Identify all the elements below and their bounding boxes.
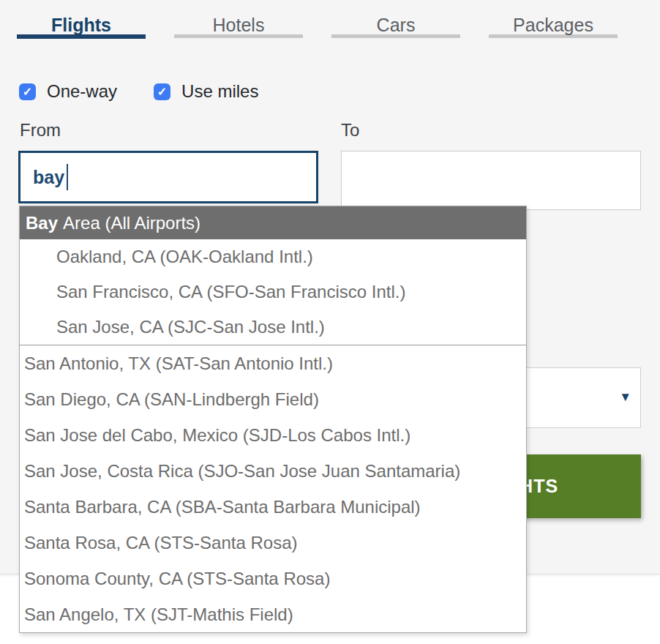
autocomplete-option-sjd[interactable]: San Jose del Cabo, Mexico (SJD-Los Cabos… (20, 417, 526, 453)
text-cursor (67, 164, 68, 190)
check-icon: ✓ (23, 85, 32, 99)
autocomplete-option-sts[interactable]: Santa Rosa, CA (STS-Santa Rosa) (20, 525, 526, 561)
autocomplete-option-sjt[interactable]: San Angelo, TX (SJT-Mathis Field) (20, 596, 526, 632)
use-miles-checkbox[interactable]: ✓ (154, 83, 170, 100)
product-tabs: Flights Hotels Cars Packages (17, 0, 618, 39)
airport-autocomplete: Bay Area (All Airports) Oakland, CA (OAK… (19, 206, 527, 633)
autocomplete-option-sfo[interactable]: San Francisco, CA (SFO-San Francisco Int… (20, 274, 526, 310)
booking-widget: Flights Hotels Cars Packages ✓ One-way ✓ (0, 0, 660, 644)
autocomplete-option-sba[interactable]: Santa Barbara, CA (SBA-Santa Barbara Mun… (20, 489, 526, 525)
tab-flights-label: Flights (17, 0, 146, 34)
autocomplete-option-sts-sonoma[interactable]: Sonoma County, CA (STS-Santa Rosa) (20, 561, 526, 596)
use-miles-label: Use miles (181, 81, 258, 102)
from-input[interactable]: bay (18, 151, 318, 203)
to-field-label: To (341, 120, 359, 141)
autocomplete-option-bay-area[interactable]: Bay Area (All Airports) (20, 206, 526, 239)
tab-hotels-label: Hotels (174, 0, 303, 34)
autocomplete-option-sjc[interactable]: San Jose, CA (SJC-San Jose Intl.) (20, 310, 526, 345)
autocomplete-option-sat[interactable]: San Antonio, TX (SAT-San Antonio Intl.) (20, 345, 526, 381)
tab-cars[interactable]: Cars (331, 0, 460, 39)
tab-flights[interactable]: Flights (17, 0, 146, 39)
tab-packages-label: Packages (489, 0, 618, 34)
trip-options: ✓ One-way ✓ Use miles (19, 81, 258, 102)
to-input[interactable] (341, 151, 641, 210)
one-way-checkbox-row[interactable]: ✓ One-way (19, 81, 117, 102)
caret-down-icon: ▼ (619, 390, 631, 405)
tab-hotels[interactable]: Hotels (174, 0, 303, 39)
header-rest-text: Area (All Airports) (63, 213, 200, 233)
check-icon: ✓ (157, 85, 167, 99)
from-field-label: From (20, 120, 61, 141)
tab-cars-label: Cars (331, 0, 460, 34)
one-way-label: One-way (47, 81, 117, 102)
autocomplete-option-sjo[interactable]: San Jose, Costa Rica (SJO-San Jose Juan … (20, 453, 526, 489)
one-way-checkbox[interactable]: ✓ (19, 83, 36, 100)
matched-text: Bay (26, 213, 58, 233)
autocomplete-option-san[interactable]: San Diego, CA (SAN-Lindbergh Field) (20, 381, 526, 417)
from-input-value: bay (33, 167, 64, 188)
tab-packages[interactable]: Packages (489, 0, 618, 39)
use-miles-checkbox-row[interactable]: ✓ Use miles (154, 81, 258, 102)
autocomplete-option-oak[interactable]: Oakland, CA (OAK-Oakland Intl.) (20, 239, 526, 274)
